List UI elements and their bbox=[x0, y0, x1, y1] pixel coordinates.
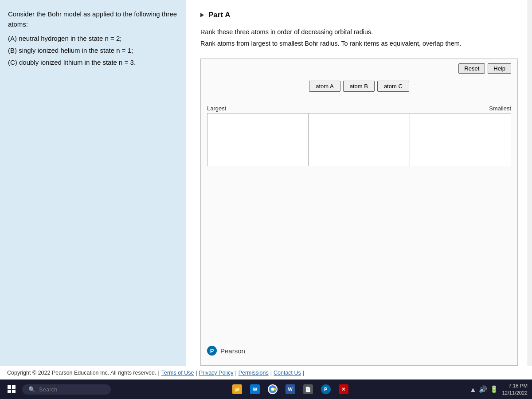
copyright-text: Copyright © 2022 Pearson Education Inc. … bbox=[7, 370, 156, 376]
intro-text: Consider the Bohr model as applied to th… bbox=[8, 9, 178, 30]
part-a-header: Part A bbox=[200, 11, 518, 20]
taskbar-clock: 7:18 PM 12/11/2022 bbox=[502, 382, 528, 396]
instructions-block: Rank these three atoms in order of decre… bbox=[200, 27, 518, 51]
taskbar-system-icons: ▲ 🔊 🔋 bbox=[470, 385, 499, 393]
atom-b-text: (B) singly ionized helium in the state n… bbox=[8, 45, 178, 55]
rank-slot-2[interactable] bbox=[309, 113, 410, 166]
pearson-label: Pearson bbox=[220, 347, 245, 355]
reset-button[interactable]: Reset bbox=[458, 63, 485, 74]
collapse-icon[interactable] bbox=[200, 13, 204, 17]
svg-point-2 bbox=[271, 388, 274, 391]
rank-smallest-label: Smallest bbox=[489, 105, 511, 112]
atoms-row: atom A atom B atom C bbox=[207, 81, 511, 92]
atom-a-text: (A) neutral hydrogen in the state n = 2; bbox=[8, 33, 178, 43]
contact-us-link[interactable]: Contact Us bbox=[274, 370, 301, 376]
atom-b-button[interactable]: atom B bbox=[343, 81, 375, 92]
ranking-buttons-row: Reset Help bbox=[207, 63, 511, 74]
sep-3: | bbox=[235, 370, 236, 376]
taskbar-app-pearson[interactable]: P bbox=[318, 381, 334, 397]
start-button[interactable] bbox=[4, 382, 19, 396]
pearson-taskbar-icon: P bbox=[321, 384, 331, 394]
atom-c-button[interactable]: atom C bbox=[377, 81, 409, 92]
copyright-bar: Copyright © 2022 Pearson Education Inc. … bbox=[0, 366, 532, 379]
volume-icon: 🔊 bbox=[479, 385, 487, 393]
taskbar-app-x[interactable]: ✕ bbox=[336, 381, 352, 397]
notepad-icon: 📄 bbox=[303, 384, 313, 394]
chrome-icon bbox=[268, 384, 278, 394]
close-taskbar-icon: ✕ bbox=[339, 384, 348, 394]
windows-logo bbox=[8, 385, 16, 393]
taskbar-app-word[interactable]: W bbox=[282, 381, 298, 397]
sep-2: | bbox=[196, 370, 197, 376]
permissions-link[interactable]: Permissions bbox=[239, 370, 269, 376]
taskbar-search[interactable]: 🔍 bbox=[22, 384, 111, 395]
taskbar: 🔍 📁 ✉ W bbox=[0, 379, 532, 399]
explorer-icon: 📁 bbox=[232, 384, 242, 394]
taskbar-apps: 📁 ✉ W 📄 bbox=[114, 381, 466, 397]
part-a-title: Part A bbox=[208, 11, 230, 20]
sep-1: | bbox=[158, 370, 159, 376]
pearson-footer: P Pearson bbox=[207, 341, 511, 358]
taskbar-date-display: 12/11/2022 bbox=[502, 389, 528, 396]
instruction-2: Rank atoms from largest to smallest Bohr… bbox=[200, 39, 518, 49]
help-button[interactable]: Help bbox=[488, 63, 511, 74]
taskbar-time-display: 7:18 PM bbox=[502, 382, 528, 389]
atom-a-button[interactable]: atom A bbox=[309, 81, 340, 92]
left-panel: Consider the Bohr model as applied to th… bbox=[0, 0, 186, 366]
rank-largest-label: Largest bbox=[207, 105, 226, 112]
word-icon: W bbox=[286, 384, 295, 394]
taskbar-app-notepad[interactable]: 📄 bbox=[300, 381, 316, 397]
right-panel: Part A Rank these three atoms in order o… bbox=[186, 0, 532, 366]
mail-icon: ✉ bbox=[250, 384, 260, 394]
taskbar-app-chrome[interactable] bbox=[265, 381, 281, 397]
taskbar-right: ▲ 🔊 🔋 7:18 PM 12/11/2022 bbox=[470, 382, 528, 396]
search-icon: 🔍 bbox=[28, 386, 35, 393]
sep-4: | bbox=[270, 370, 272, 376]
rank-slot-1[interactable] bbox=[207, 113, 309, 166]
rank-slot-3[interactable] bbox=[410, 113, 511, 166]
atom-c-text: (C) doubly ionized lithium in the state … bbox=[8, 57, 178, 67]
privacy-link[interactable]: Privacy Policy bbox=[199, 370, 234, 376]
rank-slots bbox=[207, 113, 511, 166]
wifi-icon: ▲ bbox=[470, 386, 477, 393]
taskbar-app-mail[interactable]: ✉ bbox=[247, 381, 263, 397]
battery-icon: 🔋 bbox=[490, 385, 498, 393]
ranking-area: Reset Help atom A atom B atom C Largest … bbox=[200, 59, 518, 366]
instruction-1: Rank these three atoms in order of decre… bbox=[200, 27, 518, 37]
search-input[interactable] bbox=[39, 386, 106, 393]
taskbar-app-explorer[interactable]: 📁 bbox=[229, 381, 245, 397]
terms-link[interactable]: Terms of Use bbox=[161, 370, 194, 376]
pearson-icon: P bbox=[207, 346, 217, 356]
sep-5: | bbox=[303, 370, 304, 376]
scrollbar-right[interactable] bbox=[528, 0, 532, 366]
